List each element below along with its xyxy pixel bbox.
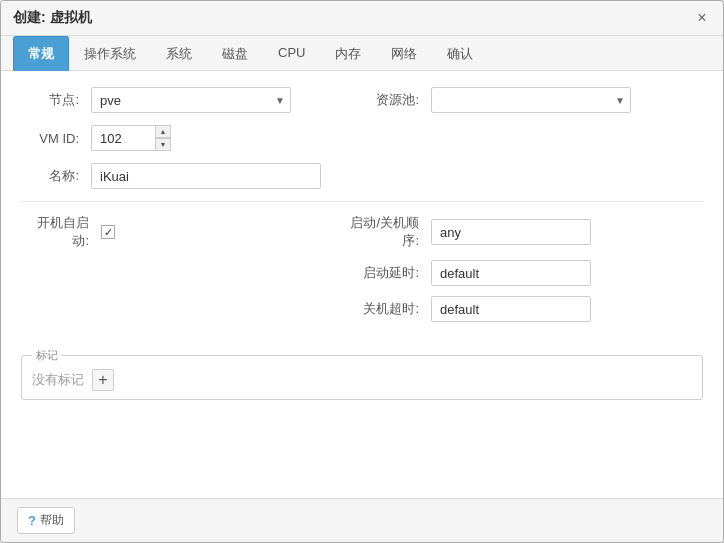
- shutdown-timeout-row: 关机超时:: [341, 296, 703, 322]
- vmid-decrement-button[interactable]: ▼: [155, 138, 171, 151]
- startup-section: 开机自启动: 启动/关机顺序: 启动延时: 关机超时:: [21, 214, 703, 332]
- tab-memory[interactable]: 内存: [320, 36, 376, 71]
- autostart-row: 开机自启动:: [21, 214, 321, 250]
- name-label: 名称:: [21, 167, 91, 185]
- divider-1: [21, 201, 703, 202]
- boot-order-input[interactable]: [431, 219, 591, 245]
- node-control: pve ▼: [91, 87, 291, 113]
- vmid-control: ▲ ▼: [91, 125, 171, 151]
- boot-order-row: 启动/关机顺序:: [341, 214, 703, 250]
- tab-general[interactable]: 常规: [13, 36, 69, 71]
- node-select[interactable]: pve: [91, 87, 291, 113]
- startup-delay-input[interactable]: [431, 260, 591, 286]
- node-label: 节点:: [21, 91, 91, 109]
- name-row: 名称:: [21, 163, 703, 189]
- vmid-spinner-wrap: ▲ ▼: [91, 125, 171, 151]
- resource-pool-select-wrap: ▼: [431, 87, 631, 113]
- close-button[interactable]: ×: [693, 9, 711, 27]
- form-content: 节点: pve ▼ 资源池: ▼ VM: [1, 71, 723, 498]
- startup-delay-row: 启动延时:: [341, 260, 703, 286]
- help-label: 帮助: [40, 512, 64, 529]
- tags-legend: 标记: [32, 348, 62, 363]
- help-icon: ?: [28, 513, 36, 528]
- dialog: 创建: 虚拟机 × 常规 操作系统 系统 磁盘 CPU 内存 网络 确认: [0, 0, 724, 543]
- boot-order-label: 启动/关机顺序:: [341, 214, 431, 250]
- resource-pool-select[interactable]: [431, 87, 631, 113]
- tags-fieldset: 标记 没有标记 +: [21, 348, 703, 400]
- name-input[interactable]: [91, 163, 321, 189]
- shutdown-timeout-input[interactable]: [431, 296, 591, 322]
- autostart-col: 开机自启动:: [21, 214, 321, 332]
- startup-delay-label: 启动延时:: [341, 264, 431, 282]
- node-resource-row: 节点: pve ▼ 资源池: ▼: [21, 87, 703, 113]
- tab-system[interactable]: 系统: [151, 36, 207, 71]
- tags-empty-label: 没有标记: [32, 371, 84, 389]
- autostart-label: 开机自启动:: [21, 214, 101, 250]
- help-button[interactable]: ? 帮助: [17, 507, 75, 534]
- vmid-label: VM ID:: [21, 131, 91, 146]
- name-control: [91, 163, 321, 189]
- tab-cpu[interactable]: CPU: [263, 36, 320, 71]
- vmid-row: VM ID: ▲ ▼: [21, 125, 703, 151]
- tab-disk[interactable]: 磁盘: [207, 36, 263, 71]
- title-bar: 创建: 虚拟机 ×: [1, 1, 723, 36]
- tags-content: 没有标记 +: [32, 369, 692, 391]
- add-tag-button[interactable]: +: [92, 369, 114, 391]
- resource-pool-control: ▼: [431, 87, 631, 113]
- footer: ? 帮助: [1, 498, 723, 542]
- tab-network[interactable]: 网络: [376, 36, 432, 71]
- shutdown-timeout-label: 关机超时:: [341, 300, 431, 318]
- boot-settings-col: 启动/关机顺序: 启动延时: 关机超时:: [321, 214, 703, 332]
- resource-pool-label: 资源池:: [371, 91, 431, 109]
- node-select-wrap: pve ▼: [91, 87, 291, 113]
- vmid-spinner-buttons: ▲ ▼: [155, 125, 171, 151]
- tab-confirm[interactable]: 确认: [432, 36, 488, 71]
- autostart-checkbox[interactable]: [101, 225, 115, 239]
- dialog-title: 创建: 虚拟机: [13, 9, 92, 27]
- tab-os[interactable]: 操作系统: [69, 36, 151, 71]
- tab-bar: 常规 操作系统 系统 磁盘 CPU 内存 网络 确认: [1, 36, 723, 71]
- vmid-increment-button[interactable]: ▲: [155, 125, 171, 138]
